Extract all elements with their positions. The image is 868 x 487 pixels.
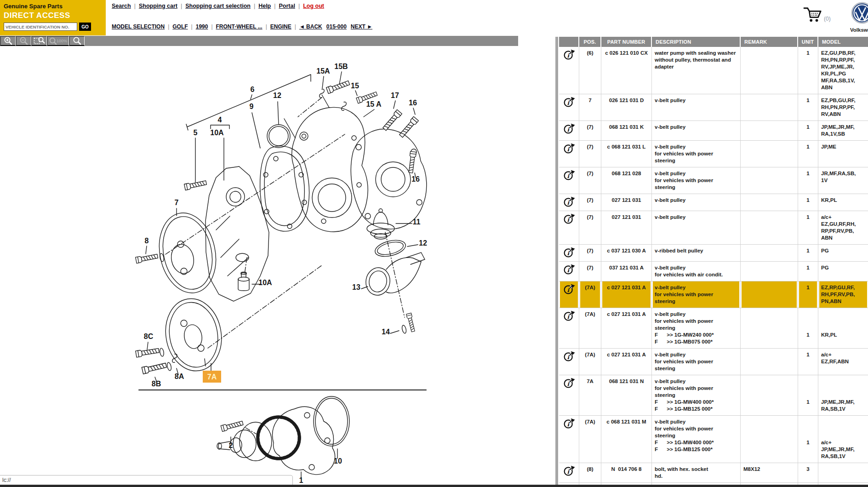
cell-description-line: F >> 1G-MB075 000* bbox=[655, 338, 737, 345]
svg-text:i: i bbox=[567, 354, 570, 361]
cell-model-line bbox=[821, 418, 865, 425]
cell-model: a/c+EZ,GU,RF,RH,RP,PF,RV,PB,ABN bbox=[818, 211, 868, 244]
cell-remark bbox=[741, 308, 798, 348]
diagram-callout-2[interactable]: 2 bbox=[229, 441, 233, 449]
pane-splitter[interactable] bbox=[555, 37, 558, 487]
part-info-icon[interactable]: i bbox=[563, 418, 575, 430]
diagram-callout-10a[interactable]: 10A bbox=[258, 279, 272, 286]
cell-unit-line: 1 bbox=[801, 439, 815, 446]
diagram-callout-8c[interactable]: 8C bbox=[144, 332, 154, 340]
cart-count: (0) bbox=[824, 16, 831, 22]
vw-emblem-icon bbox=[850, 1, 868, 24]
part-info-icon[interactable]: i bbox=[563, 143, 575, 155]
cell-description-line: for vehicles with power bbox=[655, 150, 737, 157]
part-info-icon[interactable]: i bbox=[563, 213, 575, 225]
diagram-callout-15a[interactable]: 15A bbox=[316, 67, 330, 75]
cell-description-line: for vehicles with power bbox=[655, 358, 737, 365]
cell-unit-line: 1 bbox=[801, 214, 815, 221]
part-info-icon[interactable]: i bbox=[563, 264, 575, 275]
breadcrumb-item--back[interactable]: ◄ BACK bbox=[299, 23, 322, 30]
table-row[interactable]: i (7)068 121 031 Kv-belt pulley1JP,ME,JR… bbox=[559, 121, 868, 141]
diagram-callout-10[interactable]: 10 bbox=[334, 457, 342, 465]
table-row[interactable]: i (7)c 037 121 030 Av-ribbed belt pulley… bbox=[559, 245, 868, 262]
pos-value: 7A bbox=[582, 378, 598, 385]
part-info-icon[interactable]: i bbox=[563, 377, 575, 389]
table-row[interactable]: i (7A)c 027 121 031 Av-belt pulleyfor ve… bbox=[559, 281, 868, 308]
diagram-callout-1[interactable]: 1 bbox=[299, 476, 303, 484]
cell-model-line: EZ,RF,ABN bbox=[821, 358, 865, 365]
part-info-icon[interactable]: i bbox=[563, 246, 575, 258]
part-info-icon[interactable]: i bbox=[563, 196, 575, 208]
breadcrumb-item-engine[interactable]: ENGINE bbox=[270, 23, 291, 30]
shopping-cart-button[interactable]: (0) bbox=[803, 6, 831, 23]
cell-model-line bbox=[821, 318, 865, 325]
table-row[interactable]: i (7)037 121 031 Av-belt pulleyfor vehic… bbox=[559, 262, 868, 281]
table-row[interactable]: i (8)N 014 706 8bolt, with hex. sockethd… bbox=[559, 463, 868, 483]
table-row[interactable]: i 7026 121 031 Dv-belt pulley1EZ,PB,GU,R… bbox=[559, 94, 868, 121]
diagram-callout-5[interactable]: 5 bbox=[194, 129, 198, 137]
nav-link-shopping-cart-selection[interactable]: Shopping cart selection bbox=[185, 3, 251, 9]
next-button[interactable]: NEXT ► bbox=[351, 23, 372, 30]
diagram-callout-10a[interactable]: 10A bbox=[210, 129, 224, 137]
cell-pos: (7A) bbox=[579, 416, 601, 463]
diagram-callout-16[interactable]: 16 bbox=[409, 99, 417, 107]
diagram-callout-8b[interactable]: 8B bbox=[152, 380, 161, 388]
cell-info: i bbox=[559, 308, 579, 348]
diagram-callout-8[interactable]: 8 bbox=[145, 237, 149, 245]
part-info-icon[interactable]: i bbox=[563, 283, 575, 295]
diagram-callout-14[interactable]: 14 bbox=[382, 328, 390, 336]
nav-link-help[interactable]: Help bbox=[258, 3, 271, 9]
diagram-callout-15[interactable]: 15 bbox=[351, 82, 359, 90]
nav-link-search[interactable]: Search bbox=[112, 3, 131, 9]
table-row[interactable]: i (7A)c 068 121 031 Mv-belt pulleyfor ve… bbox=[559, 416, 868, 463]
breadcrumb-item-model-selection[interactable]: MODEL SELECTION bbox=[112, 23, 165, 30]
diagram-callout-4[interactable]: 4 bbox=[218, 116, 222, 124]
zoom-free-button[interactable] bbox=[69, 36, 85, 46]
part-info-icon[interactable]: i bbox=[563, 96, 575, 108]
diagram-callout-16[interactable]: 16 bbox=[411, 175, 420, 183]
nav-link-portal[interactable]: Portal bbox=[279, 3, 295, 9]
table-row[interactable]: i (7A)c 027 121 031 Av-belt pulleyfor ve… bbox=[559, 308, 868, 349]
diagram-callout-9[interactable]: 9 bbox=[250, 103, 254, 110]
zoom-area-button[interactable] bbox=[31, 36, 47, 46]
cell-info: i bbox=[559, 141, 579, 167]
table-row[interactable]: i (7)027 121 031v-belt pulley1a/c+EZ,GU,… bbox=[559, 211, 868, 245]
zoom-in-button[interactable] bbox=[0, 36, 16, 46]
vin-input[interactable] bbox=[4, 23, 77, 31]
page-code[interactable]: 015-000 bbox=[326, 23, 347, 30]
diagram-callout-12[interactable]: 12 bbox=[419, 239, 427, 247]
part-info-icon[interactable]: i bbox=[563, 169, 575, 181]
cell-model-line: MF,RA,SB,1V, bbox=[821, 77, 865, 84]
cell-description-line: hd. bbox=[655, 473, 737, 480]
part-info-icon[interactable]: i bbox=[563, 310, 575, 322]
part-info-icon[interactable]: i bbox=[563, 350, 575, 362]
diagram-callout-11[interactable]: 11 bbox=[413, 218, 421, 226]
breadcrumb-item-1990[interactable]: 1990 bbox=[196, 23, 208, 30]
breadcrumb-item-golf[interactable]: GOLF bbox=[172, 23, 188, 30]
table-row[interactable]: i (7)027 121 031v-belt pulley1KR,PL bbox=[559, 194, 868, 211]
table-row[interactable]: i (7)068 121 028v-belt pulleyfor vehicle… bbox=[559, 167, 868, 194]
part-info-icon[interactable]: i bbox=[563, 49, 575, 61]
diagram-callout-15b[interactable]: 15B bbox=[334, 63, 348, 70]
part-info-icon[interactable]: i bbox=[563, 123, 575, 135]
go-button[interactable]: GO bbox=[79, 23, 91, 31]
cell-remark bbox=[741, 349, 798, 375]
diagram-callout-7a[interactable]: 7A bbox=[207, 373, 217, 381]
table-row[interactable]: i (6)c 026 121 010 CXwater pump with sea… bbox=[559, 47, 868, 94]
diagram-callout-13[interactable]: 13 bbox=[352, 283, 360, 291]
diagram-callout-8a[interactable]: 8A bbox=[175, 372, 184, 380]
diagram-callout-12[interactable]: 12 bbox=[273, 92, 281, 99]
table-row[interactable]: i 7A068 121 031 Nv-belt pulleyfor vehicl… bbox=[559, 375, 868, 416]
diagram-callout-15a[interactable]: 15 A bbox=[366, 100, 382, 108]
diagram-callout-6[interactable]: 6 bbox=[251, 86, 255, 93]
table-row[interactable]: i (7A)c 027 121 031 Av-belt pulleyfor ve… bbox=[559, 349, 868, 375]
breadcrumb-item-front-wheel-[interactable]: FRONT-WHEEL ... bbox=[216, 23, 263, 30]
nav-link-shopping-cart[interactable]: Shopping cart bbox=[139, 3, 177, 9]
pos-value: (7A) bbox=[582, 351, 598, 358]
part-info-icon[interactable]: i bbox=[563, 465, 575, 477]
diagram-callout-17[interactable]: 17 bbox=[391, 92, 399, 99]
diagram-callout-7[interactable]: 7 bbox=[175, 199, 179, 206]
cell-description-line: for vehicles with power bbox=[655, 425, 737, 432]
nav-link-log-out[interactable]: Log out bbox=[303, 3, 324, 9]
table-row[interactable]: i (7)c 068 121 031 Lv-belt pulleyfor veh… bbox=[559, 141, 868, 167]
